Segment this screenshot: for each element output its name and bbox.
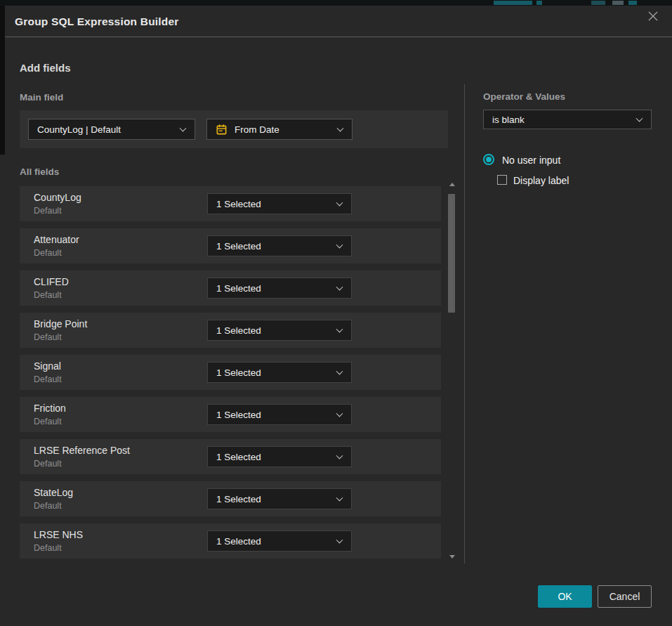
ok-button[interactable]: OK	[538, 585, 592, 608]
scroll-down-arrow-icon[interactable]	[449, 555, 455, 559]
chevron-down-icon	[337, 125, 344, 132]
field-subtitle: Default	[34, 290, 62, 300]
field-subtitle: Default	[34, 374, 62, 384]
main-field-select-value: From Date	[235, 124, 279, 135]
main-field-container: CountyLog | Default From Date	[20, 110, 448, 148]
calendar-icon	[216, 124, 228, 136]
main-field-select[interactable]: From Date	[206, 119, 353, 140]
scrollbar-thumb[interactable]	[448, 194, 455, 313]
field-selected-dropdown[interactable]: 1 Selected	[207, 320, 352, 341]
field-name: Attenuator	[34, 234, 79, 245]
chevron-down-icon	[336, 242, 343, 249]
panel-divider	[464, 84, 465, 563]
field-selected-dropdown[interactable]: 1 Selected	[207, 530, 352, 552]
field-row: CLIFED Default 1 Selected	[20, 270, 441, 306]
field-selected-dropdown[interactable]: 1 Selected	[207, 278, 352, 299]
field-name: LRSE NHS	[34, 529, 83, 540]
field-row: StateLog Default 1 Selected	[20, 481, 441, 516]
operator-select-value: is blank	[492, 115, 525, 125]
field-name: Bridge Point	[34, 318, 87, 330]
field-row: Friction Default 1 Selected	[20, 397, 441, 432]
chevron-down-icon	[336, 537, 343, 544]
operator-values-label: Operator & Values	[483, 91, 565, 102]
field-name: Friction	[34, 403, 66, 414]
background-fragment	[628, 1, 637, 5]
field-selected-dropdown[interactable]: 1 Selected	[207, 404, 352, 425]
field-selected-value: 1 Selected	[216, 199, 261, 209]
background-fragment	[494, 1, 532, 5]
no-user-input-radio[interactable]	[483, 154, 494, 165]
field-selected-value: 1 Selected	[216, 410, 261, 420]
field-selected-value: 1 Selected	[216, 494, 261, 504]
main-field-label: Main field	[20, 92, 63, 103]
field-row: LRSE NHS Default 1 Selected	[20, 523, 441, 559]
background-fragment	[612, 1, 624, 5]
add-fields-heading: Add fields	[20, 62, 71, 74]
field-selected-dropdown[interactable]: 1 Selected	[207, 362, 352, 383]
field-selected-value: 1 Selected	[216, 452, 261, 462]
dialog-titlebar: Group SQL Expression Builder	[5, 6, 672, 37]
field-subtitle: Default	[34, 206, 62, 216]
no-user-input-label: No user input	[502, 155, 560, 166]
field-subtitle: Default	[34, 501, 62, 511]
chevron-down-icon	[336, 410, 343, 417]
operator-select[interactable]: is blank	[483, 110, 652, 129]
background-app-strip	[0, 0, 672, 6]
close-icon	[647, 11, 659, 22]
chevron-down-icon	[336, 326, 343, 333]
field-name: CLIFED	[34, 276, 69, 287]
field-row: LRSE Reference Post Default 1 Selected	[20, 439, 441, 474]
field-selected-dropdown[interactable]: 1 Selected	[207, 488, 352, 509]
field-selected-value: 1 Selected	[216, 536, 261, 547]
field-row: Attenuator Default 1 Selected	[20, 228, 441, 263]
field-name: LRSE Reference Post	[34, 445, 130, 456]
field-selected-value: 1 Selected	[216, 367, 261, 378]
layer-select-value: CountyLog | Default	[37, 124, 121, 135]
layer-select[interactable]: CountyLog | Default	[28, 119, 195, 140]
field-subtitle: Default	[34, 248, 62, 258]
field-selected-dropdown[interactable]: 1 Selected	[207, 193, 352, 214]
display-label-checkbox[interactable]	[497, 175, 507, 185]
field-selected-dropdown[interactable]: 1 Selected	[207, 446, 352, 467]
radio-selected-dot	[486, 157, 492, 162]
field-row: Bridge Point Default 1 Selected	[20, 313, 441, 348]
chevron-down-icon	[336, 200, 343, 207]
field-subtitle: Default	[34, 543, 62, 553]
close-button[interactable]	[645, 8, 661, 24]
scroll-up-arrow-icon[interactable]	[449, 183, 455, 186]
field-selected-value: 1 Selected	[216, 325, 261, 336]
dialog-title: Group SQL Expression Builder	[15, 15, 179, 28]
field-name: StateLog	[34, 487, 73, 498]
chevron-down-icon	[180, 125, 187, 132]
background-app-strip-left	[0, 6, 5, 155]
field-selected-dropdown[interactable]: 1 Selected	[207, 235, 352, 256]
cancel-button[interactable]: Cancel	[598, 585, 652, 608]
field-name: Signal	[34, 360, 61, 372]
field-row: CountyLog Default 1 Selected	[20, 186, 441, 221]
chevron-down-icon	[336, 495, 343, 502]
field-selected-value: 1 Selected	[216, 283, 261, 294]
title-divider	[5, 37, 672, 37]
field-selected-value: 1 Selected	[216, 241, 261, 252]
field-row: Signal Default 1 Selected	[20, 355, 441, 390]
display-label-text: Display label	[513, 175, 569, 186]
background-fragment	[591, 1, 605, 5]
chevron-down-icon	[636, 115, 643, 122]
field-subtitle: Default	[34, 332, 62, 342]
chevron-down-icon	[336, 284, 343, 291]
field-subtitle: Default	[34, 417, 62, 426]
all-fields-label: All fields	[20, 167, 59, 177]
chevron-down-icon	[336, 368, 343, 375]
chevron-down-icon	[336, 452, 343, 459]
background-fragment	[536, 1, 542, 5]
field-name: CountyLog	[34, 192, 81, 203]
field-subtitle: Default	[34, 459, 62, 469]
